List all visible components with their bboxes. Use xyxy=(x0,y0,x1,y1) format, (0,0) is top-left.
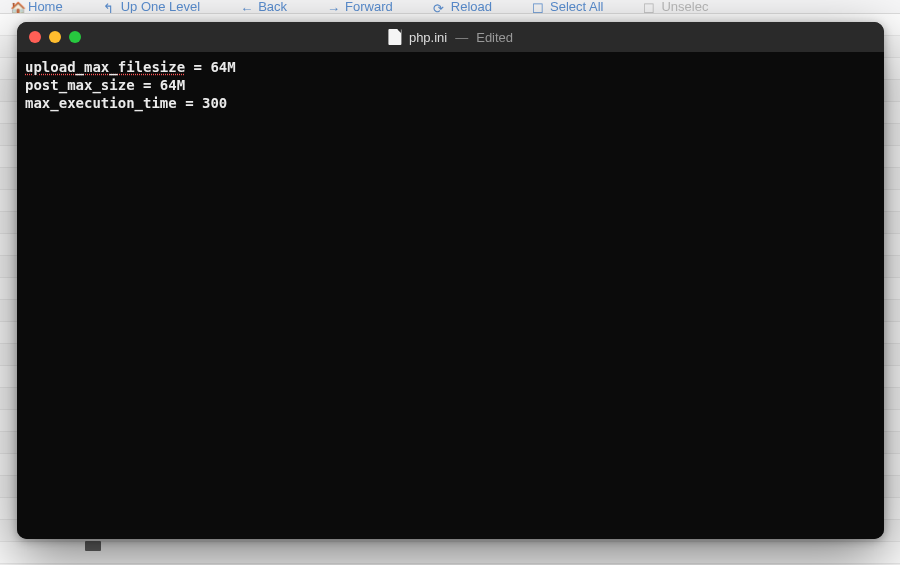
filename: php.ini xyxy=(409,30,447,45)
edited-status: Edited xyxy=(476,30,513,45)
arrow-up-icon: ↰ xyxy=(103,1,115,13)
toolbar-label: Home xyxy=(28,0,63,14)
reload-icon: ⟳ xyxy=(433,1,445,13)
list-item xyxy=(0,542,900,564)
select-all-icon: ☐ xyxy=(532,1,544,13)
toolbar-label: Forward xyxy=(345,0,393,14)
editor-content[interactable]: upload_max_filesize = 64M post_max_size … xyxy=(17,52,884,539)
fragment-icon xyxy=(85,541,101,551)
titlebar[interactable]: php.ini — Edited xyxy=(17,22,884,52)
window-title: php.ini — Edited xyxy=(388,29,513,45)
toolbar-item-unselect[interactable]: ☐ Unselec xyxy=(643,0,708,14)
title-separator: — xyxy=(455,30,468,45)
minimize-button[interactable] xyxy=(49,31,61,43)
toolbar-item-home[interactable]: 🏠 Home xyxy=(10,0,63,14)
code-line: max_execution_time = 300 xyxy=(25,94,876,112)
toolbar-item-reload[interactable]: ⟳ Reload xyxy=(433,0,492,14)
toolbar-item-up[interactable]: ↰ Up One Level xyxy=(103,0,201,14)
toolbar-item-back[interactable]: ← Back xyxy=(240,0,287,14)
code-line: post_max_size = 64M xyxy=(25,76,876,94)
close-button[interactable] xyxy=(29,31,41,43)
editor-window: php.ini — Edited upload_max_filesize = 6… xyxy=(17,22,884,539)
traffic-lights xyxy=(29,31,81,43)
toolbar-item-forward[interactable]: → Forward xyxy=(327,0,393,14)
toolbar-label: Up One Level xyxy=(121,0,201,14)
maximize-button[interactable] xyxy=(69,31,81,43)
toolbar-label: Select All xyxy=(550,0,603,14)
file-icon xyxy=(388,29,401,45)
arrow-left-icon: ← xyxy=(240,1,252,13)
code-line: upload_max_filesize = 64M xyxy=(25,58,876,76)
background-fragment xyxy=(85,541,101,551)
background-toolbar: 🏠 Home ↰ Up One Level ← Back → Forward ⟳… xyxy=(0,0,900,14)
unselect-icon: ☐ xyxy=(643,1,655,13)
toolbar-label: Reload xyxy=(451,0,492,14)
home-icon: 🏠 xyxy=(10,1,22,13)
code-token: = 64M xyxy=(185,59,236,75)
toolbar-item-select-all[interactable]: ☐ Select All xyxy=(532,0,603,14)
toolbar-label: Unselec xyxy=(661,0,708,14)
code-token: upload_max_filesize xyxy=(25,59,185,75)
arrow-right-icon: → xyxy=(327,1,339,13)
toolbar-label: Back xyxy=(258,0,287,14)
